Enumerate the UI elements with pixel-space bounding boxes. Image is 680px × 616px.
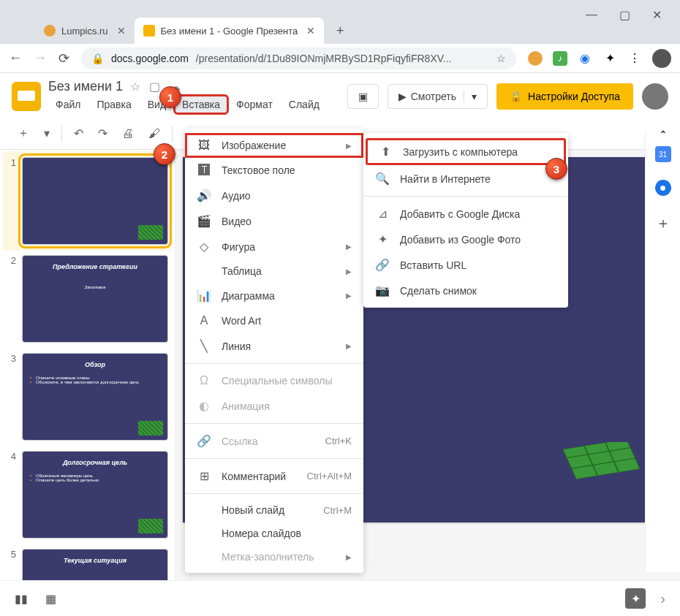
menu-item-word-art[interactable]: AWord Art [185, 308, 363, 333]
chevron-right-icon: ▶ [346, 553, 352, 561]
insert-menu-dropdown: 🖼Изображение▶🆃Текстовое поле🔊Аудио🎬Видео… [185, 129, 363, 573]
ext-yandex-icon[interactable] [528, 51, 543, 66]
nav-reload-icon[interactable]: ⟳ [58, 50, 69, 66]
star-icon[interactable]: ☆ [130, 80, 140, 94]
undo-button[interactable]: ↶ [68, 122, 89, 145]
submenu-item[interactable]: ✦Добавить из Google Фото [363, 227, 568, 252]
menu-shortcut: Ctrl+K [325, 436, 352, 446]
grid-view-icon[interactable]: ▦ [45, 592, 56, 606]
window-maximize-icon[interactable]: ▢ [619, 8, 630, 22]
url-field[interactable]: 🔒 docs.google.com /presentation/d/1Du89I… [81, 47, 516, 69]
menu-label: Номера слайдов [222, 528, 301, 539]
document-title[interactable]: Без имени 1 [48, 79, 123, 94]
thumb-title: Предложение стратегии [30, 263, 160, 270]
lock-icon: 🔒 [91, 53, 104, 64]
tab-close-icon[interactable]: ✕ [117, 25, 126, 37]
menu-item-метка-заполнитель: Метка-заполнитель▶ [185, 545, 363, 569]
menu-item-видео[interactable]: 🎬Видео [185, 208, 363, 234]
menu-item-ссылка: 🔗СсылкаCtrl+K [185, 428, 363, 454]
menu-format[interactable]: Формат [229, 96, 280, 113]
window-minimize-icon[interactable]: — [586, 8, 597, 21]
menu-label: Диаграмма [222, 290, 275, 302]
ext-menu-icon[interactable]: ⋮ [627, 51, 642, 66]
move-icon[interactable]: ▢ [149, 80, 160, 94]
chevron-down-icon[interactable]: ▾ [464, 91, 477, 102]
chevron-right-icon: ▶ [346, 243, 352, 251]
menu-item-специальные-символы: ΩСпециальные символы [185, 368, 363, 393]
filmstrip-view-icon[interactable]: ▮▮ [15, 592, 28, 606]
calendar-app-icon[interactable]: 31 [655, 146, 671, 162]
submenu-item[interactable]: 🔗Вставить URL [363, 252, 568, 278]
new-slide-dropdown[interactable]: ▾ [38, 122, 56, 145]
url-domain: docs.google.com [111, 53, 189, 64]
menu-label: Анимация [222, 400, 270, 412]
browser-tab-slides[interactable]: Без имени 1 - Google Презента ✕ [135, 18, 325, 44]
slides-logo-icon[interactable] [12, 82, 41, 111]
menu-item-текстовое-поле[interactable]: 🆃Текстовое поле [185, 158, 363, 183]
menu-shortcut: Ctrl+Alt+M [307, 471, 352, 482]
paint-format-button[interactable]: 🖌 [143, 123, 166, 145]
menu-shortcut: Ctrl+M [323, 505, 352, 516]
menu-item-линия[interactable]: ╲Линия▶ [185, 333, 363, 359]
submenu-item[interactable]: 🔍Найти в Интернете [363, 166, 568, 191]
menu-label: Видео [222, 216, 252, 227]
menu-label: Найти в Интернете [400, 173, 491, 185]
browser-tab-lumpics[interactable]: Lumpics.ru ✕ [35, 18, 135, 44]
menu-edit[interactable]: Правка [89, 96, 138, 113]
menu-file[interactable]: Файл [48, 96, 88, 113]
bottom-bar: ▮▮ ▦ ✦ › [0, 580, 680, 616]
menu-item-фигура[interactable]: ◇Фигура▶ [185, 234, 363, 259]
user-avatar[interactable] [642, 83, 668, 110]
menu-item-аудио[interactable]: 🔊Аудио [185, 183, 363, 208]
slide-thumbnail[interactable]: ОбзорОпишите основные планыОбъясните, в … [22, 353, 168, 441]
present-button[interactable]: ▶ Смотреть ▾ [388, 84, 488, 109]
menu-item-таблица[interactable]: Таблица▶ [185, 259, 363, 283]
submenu-item[interactable]: 📷Сделать снимок [363, 278, 568, 303]
menu-icon: 🆃 [197, 164, 211, 177]
explore-button[interactable]: ✦ [625, 588, 646, 609]
slide-thumbnail-row[interactable]: 4Долгосрочная цельОбозначьте желаемую це… [6, 451, 169, 539]
redo-button[interactable]: ↷ [92, 122, 113, 145]
callout-badge-3: 3 [545, 158, 567, 180]
chevron-right-icon: ▶ [346, 142, 352, 150]
slide-thumbnail-row[interactable]: 2Предложение стратегииЗаголовок [6, 255, 169, 343]
scroll-right-icon[interactable]: › [660, 590, 665, 607]
profile-avatar-icon[interactable] [652, 49, 671, 68]
submenu-item[interactable]: ⬆Загрузить с компьютера [366, 139, 565, 164]
menu-item-комментарий[interactable]: ⊞КомментарийCtrl+Alt+M [185, 463, 363, 489]
slide-number: 2 [6, 255, 16, 343]
menu-icon: 🔗 [375, 258, 390, 272]
menu-item-новый-слайд[interactable]: Новый слайдCtrl+M [185, 498, 363, 522]
menu-insert[interactable]: Вставка [175, 96, 227, 113]
slide-thumbnail[interactable] [22, 157, 168, 245]
new-slide-button[interactable]: ＋ [12, 121, 35, 145]
slide-thumbnail-row[interactable]: 1 [3, 151, 172, 251]
slide-thumbnail[interactable]: Предложение стратегииЗаголовок [22, 255, 168, 343]
menu-item-номера-слайдов[interactable]: Номера слайдов [185, 522, 363, 545]
nav-forward-icon[interactable]: → [34, 50, 47, 66]
collapse-side-panel-icon[interactable]: ⌃ [659, 129, 668, 140]
menu-icon: A [197, 314, 211, 327]
menu-item-диаграмма[interactable]: 📊Диаграмма▶ [185, 283, 363, 308]
ext-puzzle-icon[interactable]: ✦ [602, 51, 617, 66]
submenu-item[interactable]: ⊿Добавить с Google Диска [363, 201, 568, 227]
new-tab-button[interactable]: + [330, 20, 350, 41]
tab-close-icon[interactable]: ✕ [306, 25, 315, 37]
slide-number: 1 [6, 157, 16, 245]
add-apps-icon[interactable]: ＋ [656, 213, 670, 233]
comment-history-button[interactable]: ▣ [347, 84, 379, 109]
keep-app-icon[interactable]: ● [655, 180, 671, 196]
chevron-right-icon: ▶ [346, 342, 352, 350]
slide-thumbnail-row[interactable]: 3ОбзорОпишите основные планыОбъясните, в… [6, 353, 169, 441]
menu-item-изображение[interactable]: 🖼Изображение▶ [185, 133, 363, 158]
ext-opera-icon[interactable]: ◉ [578, 51, 592, 66]
menu-slide[interactable]: Слайд [282, 96, 327, 113]
window-close-icon[interactable]: ✕ [652, 8, 662, 22]
print-button[interactable]: 🖨 [116, 123, 140, 145]
share-button[interactable]: 🔒 Настройки Доступа [496, 83, 633, 110]
star-icon[interactable]: ☆ [496, 53, 506, 64]
slide-panel[interactable]: 12Предложение стратегииЗаголовок3ОбзорОп… [0, 150, 175, 602]
nav-back-icon[interactable]: ← [9, 50, 22, 66]
ext-music-icon[interactable]: ♪ [553, 51, 567, 66]
slide-thumbnail[interactable]: Долгосрочная цельОбозначьте желаемую цел… [22, 451, 168, 539]
